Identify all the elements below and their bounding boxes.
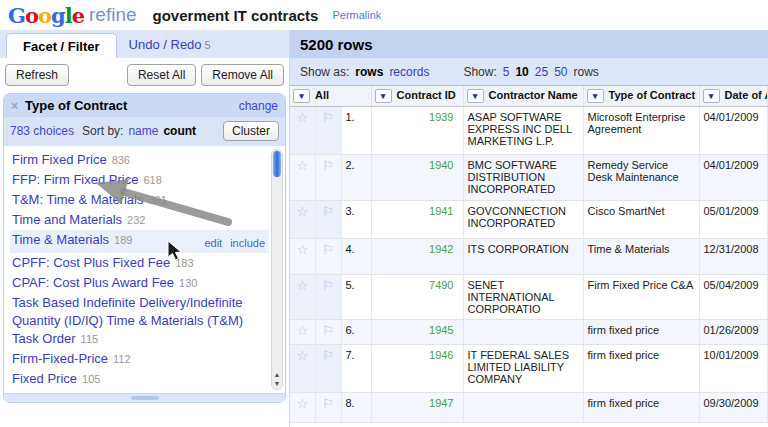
cell-date-of-award[interactable]: 10/01/2009 bbox=[699, 345, 768, 393]
cell-contractor-name[interactable] bbox=[463, 320, 583, 345]
star-icon[interactable]: ☆ bbox=[290, 201, 315, 239]
all-dropdown-icon[interactable]: ▾ bbox=[293, 89, 310, 103]
remove-all-button[interactable]: Remove All bbox=[201, 64, 284, 86]
facet-choice[interactable]: FFP: Firm Fixed Price618 bbox=[10, 170, 269, 190]
cell-type-of-contract[interactable]: Time & Materials bbox=[583, 239, 699, 275]
flag-icon[interactable]: ⚐ bbox=[315, 345, 341, 393]
cell-contract-id[interactable]: 7490 bbox=[371, 275, 463, 320]
close-icon[interactable]: × bbox=[11, 99, 18, 113]
facet-choice[interactable]: Fixed Price105 bbox=[10, 369, 269, 389]
facet-choice[interactable]: Task Based Indefinite Delivery/Indefinit… bbox=[10, 293, 269, 349]
cell-contractor-name[interactable]: GOVCONNECTION INCORPORATED bbox=[463, 201, 583, 239]
choice-edit-link[interactable]: edit bbox=[204, 237, 222, 249]
star-icon[interactable]: ☆ bbox=[290, 107, 315, 155]
facet-choice[interactable]: Time and Materials232 bbox=[10, 210, 269, 230]
star-icon[interactable]: ☆ bbox=[290, 393, 315, 423]
grid-header-row: ▾All ▾Contract ID ▾Contractor Name ▾Type… bbox=[290, 86, 768, 107]
star-icon[interactable]: ☆ bbox=[290, 345, 315, 393]
table-row: ☆ ⚐ 1. 1939 ASAP SOFTWARE EXPRESS INC DE… bbox=[290, 107, 768, 155]
star-icon[interactable]: ☆ bbox=[290, 275, 315, 320]
project-title: goverment IT contracts bbox=[153, 7, 319, 24]
type-of-contract-dropdown-icon[interactable]: ▾ bbox=[587, 89, 604, 103]
cell-contract-id[interactable]: 1942 bbox=[371, 239, 463, 275]
facet-choice-hovered[interactable]: Time & Materials189 editinclude bbox=[10, 230, 269, 253]
star-icon[interactable]: ☆ bbox=[290, 239, 315, 275]
cell-date-of-award[interactable]: 04/01/2009 bbox=[699, 155, 768, 201]
cell-date-of-award[interactable]: 09/30/2009 bbox=[699, 393, 768, 423]
facet-change-link[interactable]: change bbox=[239, 99, 278, 113]
star-icon[interactable]: ☆ bbox=[290, 320, 315, 345]
cell-contract-id[interactable]: 1939 bbox=[371, 107, 463, 155]
contractor-name-dropdown-icon[interactable]: ▾ bbox=[467, 89, 484, 103]
choice-include-link[interactable]: include bbox=[230, 237, 265, 249]
cell-date-of-award[interactable]: 05/04/2009 bbox=[699, 275, 768, 320]
sort-by-name-link[interactable]: name bbox=[128, 124, 158, 138]
cell-type-of-contract[interactable]: firm fixed price bbox=[583, 393, 699, 423]
cell-type-of-contract[interactable]: Cisco SmartNet bbox=[583, 201, 699, 239]
refresh-button[interactable]: Refresh bbox=[5, 64, 69, 86]
cell-date-of-award[interactable]: 01/26/2009 bbox=[699, 320, 768, 345]
cell-contractor-name[interactable]: IT FEDERAL SALES LIMITED LIABILITY COMPA… bbox=[463, 345, 583, 393]
scroll-up-icon[interactable]: ▲ bbox=[272, 370, 282, 379]
undo-count: 5 bbox=[205, 39, 211, 51]
cell-date-of-award[interactable]: 12/31/2008 bbox=[699, 239, 768, 275]
permalink-link[interactable]: Permalink bbox=[332, 9, 381, 21]
flag-icon[interactable]: ⚐ bbox=[315, 239, 341, 275]
facet-controls: 783 choices Sort by: name count Cluster bbox=[4, 117, 285, 146]
star-icon[interactable]: ☆ bbox=[290, 155, 315, 201]
cluster-button[interactable]: Cluster bbox=[223, 121, 279, 141]
cell-contractor-name[interactable]: ITS CORPORATION bbox=[463, 239, 583, 275]
facet-choice[interactable]: T&M: Time & Materials361 bbox=[10, 190, 269, 210]
row-index: 4. bbox=[341, 239, 371, 275]
cell-type-of-contract[interactable]: firm fixed price bbox=[583, 345, 699, 393]
reset-all-button[interactable]: Reset All bbox=[127, 64, 196, 86]
page-size-5-link[interactable]: 5 bbox=[503, 65, 510, 79]
sort-by-count-selected[interactable]: count bbox=[163, 124, 196, 138]
cell-contractor-name[interactable]: SENET INTERNATIONAL CORPORATIO bbox=[463, 275, 583, 320]
flag-icon[interactable]: ⚐ bbox=[315, 393, 341, 423]
facet-choice[interactable]: Firm-Fixed-Price112 bbox=[10, 349, 269, 369]
scrollbar-thumb[interactable] bbox=[273, 151, 281, 177]
facet-choice[interactable]: CPFF: Cost Plus Fixed Fee183 bbox=[10, 253, 269, 273]
row-index: 2. bbox=[341, 155, 371, 201]
facet-resize-handle[interactable] bbox=[4, 393, 285, 402]
cell-contract-id[interactable]: 1945 bbox=[371, 320, 463, 345]
facet-scrollbar[interactable]: ▲ ▼ bbox=[271, 149, 283, 390]
facet-header: × Type of Contract change bbox=[4, 94, 285, 117]
page-size-25-link[interactable]: 25 bbox=[535, 65, 548, 79]
cell-date-of-award[interactable]: 05/01/2009 bbox=[699, 201, 768, 239]
flag-icon[interactable]: ⚐ bbox=[315, 201, 341, 239]
column-header-contract-id: ▾Contract ID bbox=[371, 86, 463, 107]
cell-contract-id[interactable]: 1940 bbox=[371, 155, 463, 201]
page-size-10-selected[interactable]: 10 bbox=[515, 65, 528, 79]
scroll-down-icon[interactable]: ▼ bbox=[272, 379, 282, 388]
choices-count-link[interactable]: 783 choices bbox=[10, 124, 74, 138]
cell-contract-id[interactable]: 1941 bbox=[371, 201, 463, 239]
row-index: 5. bbox=[341, 275, 371, 320]
facet-choice[interactable]: CPAF: Cost Plus Award Fee130 bbox=[10, 273, 269, 293]
cell-type-of-contract[interactable]: Microsoft Enterprise Agreement bbox=[583, 107, 699, 155]
cell-contractor-name[interactable]: ASAP SOFTWARE EXPRESS INC DELL MARKETING… bbox=[463, 107, 583, 155]
cell-contract-id[interactable]: 1946 bbox=[371, 345, 463, 393]
flag-icon[interactable]: ⚐ bbox=[315, 320, 341, 345]
tab-undo-redo[interactable]: Undo / Redo5 bbox=[117, 32, 223, 58]
flag-icon[interactable]: ⚐ bbox=[315, 107, 341, 155]
cell-date-of-award[interactable]: 04/01/2009 bbox=[699, 107, 768, 155]
show-as-records-link[interactable]: records bbox=[389, 65, 429, 79]
cell-contract-id[interactable]: 1947 bbox=[371, 393, 463, 423]
cell-type-of-contract[interactable]: Firm Fixed Price C&A bbox=[583, 275, 699, 320]
contract-id-dropdown-icon[interactable]: ▾ bbox=[375, 89, 392, 103]
cell-type-of-contract[interactable]: firm fixed price bbox=[583, 320, 699, 345]
cell-contractor-name[interactable] bbox=[463, 393, 583, 423]
flag-icon[interactable]: ⚐ bbox=[315, 275, 341, 320]
table-row: ☆ ⚐ 4. 1942 ITS CORPORATION Time & Mater… bbox=[290, 239, 768, 275]
page-size-50-link[interactable]: 50 bbox=[554, 65, 567, 79]
show-as-rows-selected[interactable]: rows bbox=[355, 65, 383, 79]
cell-type-of-contract[interactable]: Remedy Service Desk Maintenance bbox=[583, 155, 699, 201]
date-of-award-dropdown-icon[interactable]: ▾ bbox=[703, 89, 720, 103]
table-row: ☆ ⚐ 7. 1946 IT FEDERAL SALES LIMITED LIA… bbox=[290, 345, 768, 393]
tab-facet-filter[interactable]: Facet / Filter bbox=[6, 33, 117, 58]
cell-contractor-name[interactable]: BMC SOFTWARE DISTRIBUTION INCORPORATED bbox=[463, 155, 583, 201]
facet-choice[interactable]: Firm Fixed Price836 bbox=[10, 150, 269, 170]
flag-icon[interactable]: ⚐ bbox=[315, 155, 341, 201]
